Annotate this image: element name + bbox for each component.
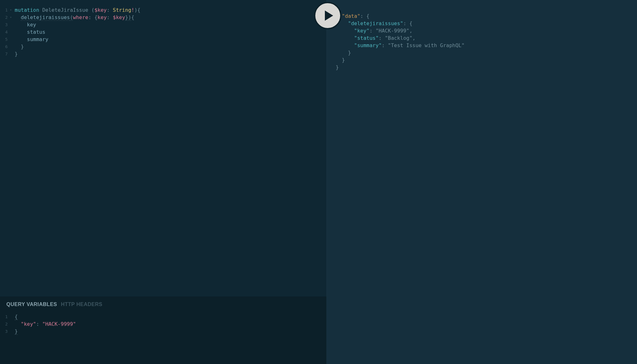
fold-toggle-icon (330, 49, 334, 56)
play-icon (325, 11, 333, 21)
fold-toggle-icon (9, 50, 13, 58)
editor-line[interactable]: 7 } (3, 50, 323, 58)
fold-toggle-icon (330, 64, 334, 71)
line-number: 2 (3, 320, 9, 328)
fold-area (9, 313, 13, 320)
line-number: 7 (3, 50, 9, 58)
fold-toggle-icon (9, 28, 13, 36)
variables-editor[interactable]: 1 { 2 "key": "HACK-9999" 3 } (0, 311, 326, 337)
editor-line[interactable]: 3 key (3, 21, 323, 28)
editor-line[interactable]: 2 "key": "HACK-9999" (3, 320, 323, 328)
result-line: ▾ "deletejiraissues": { (330, 20, 634, 27)
editor-line[interactable]: 5 summary (3, 36, 323, 43)
result-line: } (330, 49, 634, 56)
result-line: } (330, 56, 634, 64)
line-number: 6 (3, 43, 9, 50)
editor-line[interactable]: 6 } (3, 43, 323, 50)
query-editor[interactable]: 1 ▾ mutation DeleteJiraIssue ($key: Stri… (0, 0, 326, 296)
result-line: } (330, 64, 634, 71)
result-line: "status": "Backlog", (330, 34, 634, 42)
editor-line[interactable]: 2 ▾ deletejiraissues(where: {key: $key})… (3, 14, 323, 21)
fold-area (9, 320, 13, 328)
line-number: 1 (3, 6, 9, 14)
line-number: 2 (3, 14, 9, 21)
execute-button[interactable] (314, 2, 341, 29)
fold-toggle-icon[interactable]: ▾ (9, 14, 13, 21)
tab-query-variables[interactable]: QUERY VARIABLES (6, 302, 57, 307)
editor-line[interactable]: 3 } (3, 328, 323, 335)
line-number: 3 (3, 328, 9, 335)
line-number: 3 (3, 21, 9, 28)
line-number: 5 (3, 36, 9, 43)
result-line: "summary": "Test Issue with GraphQL" (330, 42, 634, 49)
result-line: ▾ { (330, 5, 634, 12)
variables-panel: QUERY VARIABLES HTTP HEADERS 1 { 2 "key"… (0, 296, 326, 364)
result-line: ▾ "data": { (330, 12, 634, 20)
fold-toggle-icon (330, 42, 334, 49)
fold-toggle-icon (9, 43, 13, 50)
fold-area (9, 328, 13, 335)
fold-toggle-icon[interactable]: ▾ (9, 6, 13, 14)
editor-line[interactable]: 1 ▾ mutation DeleteJiraIssue ($key: Stri… (3, 6, 323, 14)
left-panel: 1 ▾ mutation DeleteJiraIssue ($key: Stri… (0, 0, 327, 364)
line-number: 4 (3, 28, 9, 36)
fold-toggle-icon (330, 34, 334, 42)
fold-toggle-icon (9, 21, 13, 28)
result-panel: ▾ { ▾ "data": { ▾ "deletejiraissues": { … (327, 0, 637, 364)
result-line: "key": "HACK-9999", (330, 27, 634, 34)
tab-http-headers[interactable]: HTTP HEADERS (61, 302, 102, 307)
fold-toggle-icon (9, 36, 13, 43)
line-number: 1 (3, 313, 9, 320)
editor-line[interactable]: 1 { (3, 313, 323, 320)
editor-line[interactable]: 4 status (3, 28, 323, 36)
fold-toggle-icon (330, 56, 334, 64)
